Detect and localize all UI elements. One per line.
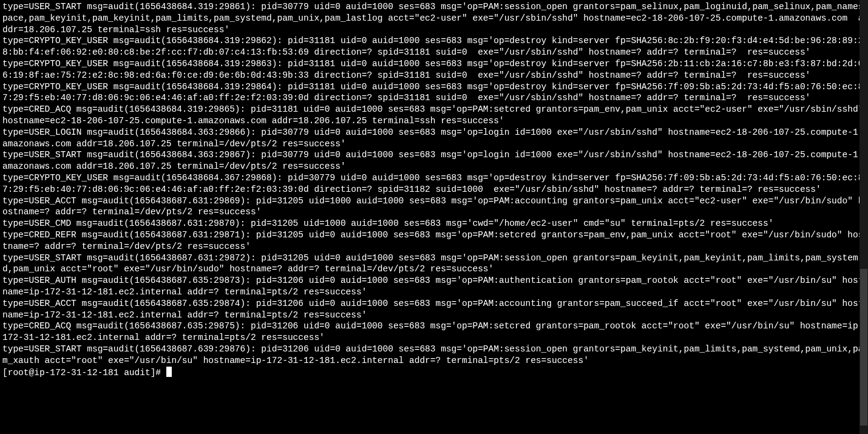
shell-prompt: [root@ip-172-31-12-181 audit]# — [2, 368, 166, 378]
scrollbar-track[interactable] — [860, 0, 868, 434]
terminal-output[interactable]: type=USER_START msg=audit(1656438684.319… — [0, 0, 868, 434]
scrollbar-thumb[interactable] — [860, 269, 867, 425]
audit-log-lines: type=USER_START msg=audit(1656438684.319… — [2, 2, 868, 365]
cursor — [166, 367, 172, 377]
